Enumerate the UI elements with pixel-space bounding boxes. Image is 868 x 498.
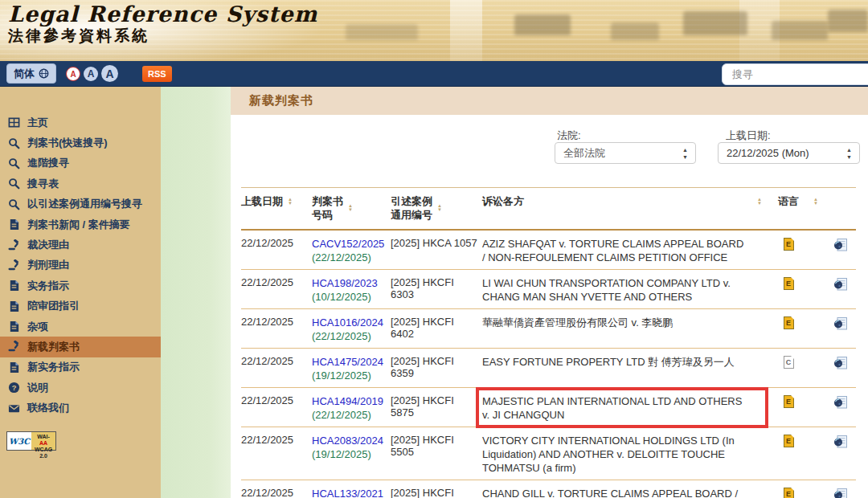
sort-icon-parties[interactable]	[757, 194, 762, 222]
sidebar-item-3[interactable]: 進階搜寻	[0, 153, 161, 173]
sidebar-item-9[interactable]: 实务指示	[0, 276, 161, 296]
cell-citation: [2025] HKCFI 6402	[391, 316, 482, 343]
header-actions	[825, 194, 856, 222]
upload-date-filter-select[interactable]: 22/12/2025 (Mon)	[718, 142, 860, 164]
sidebar-item-10[interactable]: 陪审团指引	[0, 296, 161, 316]
case-judgment-date: (22/12/2025)	[312, 330, 371, 342]
cell-upload-date: 22/12/2025	[241, 276, 312, 304]
cell-citation: [2025] HKCFI 6366	[391, 487, 482, 498]
help-icon: ?	[8, 382, 20, 394]
cell-citation: [2025] HKCFI 5505	[391, 434, 482, 475]
case-number-link[interactable]: HCAL133/2021	[312, 487, 386, 498]
cell-parties: 華融華僑資產管理股份有限公司 v. 李晓鹏	[482, 316, 749, 343]
sidebar-item-label: 陪审团指引	[27, 299, 80, 313]
font-size-medium-button[interactable]: A	[84, 67, 98, 81]
cell-actions	[825, 237, 856, 264]
cell-upload-date: 22/12/2025	[241, 237, 312, 264]
sort-icon-citation[interactable]	[437, 194, 442, 212]
sidebar-item-label: 新实务指示	[27, 360, 80, 374]
language-document-icon[interactable]: E	[784, 238, 794, 251]
gavel-icon	[8, 259, 20, 271]
cell-language: E	[770, 394, 807, 422]
language-document-icon[interactable]: E	[784, 316, 794, 329]
upload-date-filter-value: 22/12/2025 (Mon)	[727, 147, 809, 159]
header-parties-sort	[749, 194, 770, 222]
case-number-link[interactable]: HCA198/2023	[312, 276, 386, 290]
translate-globe-icon[interactable]	[833, 238, 848, 252]
case-judgment-date: (19/12/2025)	[312, 369, 371, 382]
case-number-link[interactable]: HCA1475/2024	[312, 355, 386, 369]
doc-icon	[8, 361, 20, 374]
font-size-small-button[interactable]: A	[66, 67, 80, 81]
font-size-large-button[interactable]: A	[101, 65, 118, 82]
translate-globe-icon[interactable]	[833, 316, 848, 331]
language-document-icon[interactable]: E	[784, 488, 794, 498]
translate-globe-icon[interactable]	[833, 435, 848, 449]
translate-globe-icon[interactable]	[833, 356, 848, 370]
judgments-table: 上载日期 判案书号码 引述案例通用编号 诉讼各方 语言	[241, 187, 856, 498]
sidebar-item-12[interactable]: 新载判案书	[0, 337, 161, 357]
sidebar-item-15[interactable]: 联络我们	[0, 398, 161, 418]
wcag-conformance-badge[interactable]: W3C WAI-AA WCAG 2.0	[6, 431, 56, 451]
sidebar-item-label: 以引述案例通用编号搜寻	[27, 197, 142, 211]
sidebar-item-label: 搜寻表	[27, 177, 59, 191]
sidebar-item-2[interactable]: 判案书(快速搜寻)	[0, 133, 161, 153]
language-document-icon[interactable]: E	[784, 435, 794, 447]
parties-text: VICTORY CITY INTERNATIONAL HOLDINGS LTD …	[482, 435, 735, 474]
language-document-icon[interactable]: C	[784, 356, 794, 369]
cell-actions	[825, 276, 856, 304]
table-row: 22/12/2025 CACV152/2025 (22/12/2025) [20…	[241, 231, 856, 270]
sidebar-item-8[interactable]: 判刑理由	[0, 255, 161, 276]
translate-globe-icon[interactable]	[833, 277, 848, 292]
language-document-icon[interactable]: E	[784, 395, 794, 408]
page-title: 新载判案书	[249, 93, 313, 108]
translate-globe-icon[interactable]	[833, 488, 848, 498]
sidebar-item-11[interactable]: 杂项	[0, 316, 161, 337]
cell-parties: CHAND GILL v. TORTURE CLAIMS APPEAL BOAR…	[482, 487, 749, 498]
sidebar-item-7[interactable]: 裁决理由	[0, 235, 161, 255]
cell-case-number: CACV152/2025 (22/12/2025)	[312, 237, 391, 264]
header-parties: 诉讼各方	[482, 194, 749, 222]
sidebar-item-14[interactable]: ? 说明	[0, 378, 161, 398]
simplified-chinese-toggle-button[interactable]: 简体	[6, 63, 56, 84]
select-arrows-icon	[846, 146, 852, 161]
sort-icon-upload-date[interactable]	[288, 194, 293, 206]
sidebar-item-6[interactable]: 判案书新闻 / 案件摘要	[0, 214, 161, 235]
globe-icon	[39, 68, 49, 79]
cell-citation: [2025] HKCFI 5875	[391, 394, 482, 422]
cell-language: E	[770, 316, 807, 343]
header-language: 语言	[770, 194, 807, 222]
sidebar-item-13[interactable]: 新实务指示	[0, 357, 161, 378]
language-document-icon[interactable]: E	[784, 277, 794, 290]
sidebar-item-4[interactable]: 搜寻表	[0, 173, 161, 194]
sort-icon-case-number[interactable]	[348, 194, 353, 212]
sidebar-item-1[interactable]: 主页	[0, 112, 161, 133]
cell-case-number: HCA198/2023 (10/12/2025)	[312, 276, 391, 304]
case-number-link[interactable]: HCA1016/2024	[312, 316, 386, 329]
sidebar-item-label: 说明	[27, 381, 48, 395]
sidebar-item-label: 杂项	[27, 320, 48, 334]
sort-icon-language[interactable]	[813, 194, 818, 222]
case-number-link[interactable]: HCA2083/2024	[312, 434, 386, 447]
header-language-label: 语言	[778, 194, 799, 208]
cell-parties: AZIZ SHAFQAT v. TORTURE CLAIMS APPEAL BO…	[482, 237, 749, 264]
header-language-sort	[807, 194, 825, 222]
rss-button[interactable]: RSS	[142, 66, 172, 82]
search-input[interactable]	[722, 63, 868, 85]
court-filter-select[interactable]: 全部法院	[555, 142, 696, 164]
sidebar-item-5[interactable]: 以引述案例通用编号搜寻	[0, 194, 161, 214]
main-content: 新载判案书 法院: 全部法院 上载日期: 22/12/2025 (Mon) 上载…	[231, 87, 868, 498]
upload-date-filter-label: 上载日期:	[726, 129, 771, 143]
translate-globe-icon[interactable]	[833, 395, 848, 410]
sidebar: 主页 判案书(快速搜寻) 進階搜寻 搜寻表 以引述案例通用编号搜寻 判案书新闻 …	[0, 87, 161, 498]
case-number-link[interactable]: CACV152/2025	[312, 237, 386, 251]
table-row: 22/12/2025 HCA1494/2019 (22/12/2025) [20…	[241, 388, 856, 427]
case-number-link[interactable]: HCA1494/2019	[312, 394, 386, 408]
table-row: 22/12/2025 HCA1475/2024 (19/12/2025) [20…	[241, 349, 856, 388]
cell-upload-date: 22/12/2025	[241, 394, 312, 422]
table-row: 22/12/2025 HCA1016/2024 (22/12/2025) [20…	[241, 309, 856, 349]
home-grid-icon	[8, 116, 20, 129]
cell-citation: [2025] HKCFI 6303	[391, 276, 482, 304]
cell-parties: EASY FORTUNE PROPERTY LTD 對 傅芳瑋及另一人	[482, 355, 749, 382]
parties-text: MAJESTIC PLAN INTERNATIONAL LTD AND OTHE…	[482, 395, 742, 421]
